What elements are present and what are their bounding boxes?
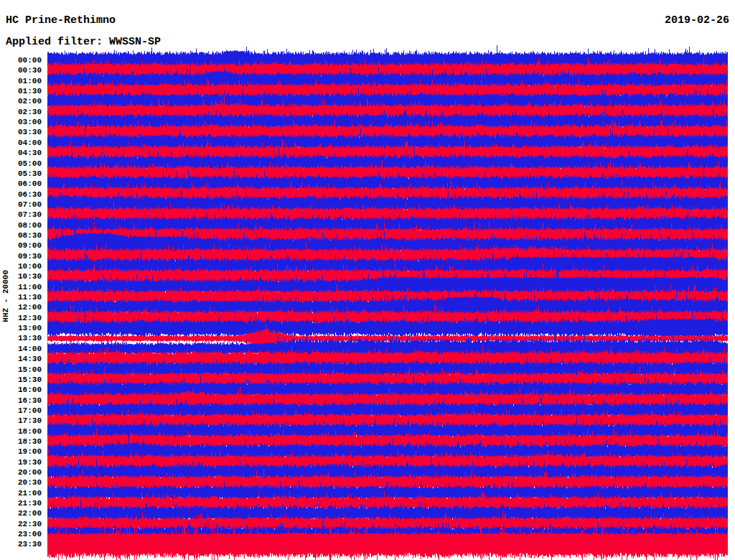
time-label: 12:00: [0, 302, 42, 312]
time-label: 22:30: [0, 519, 42, 529]
time-label: 06:30: [0, 190, 42, 200]
time-label: 06:00: [0, 179, 42, 189]
time-label: 23:00: [0, 529, 42, 539]
time-label: 01:30: [0, 86, 42, 96]
time-label: 17:30: [0, 416, 42, 426]
time-label: 20:00: [0, 467, 42, 477]
time-label: 15:30: [0, 375, 42, 385]
time-label: 00:30: [0, 65, 42, 75]
time-label: 12:30: [0, 313, 42, 323]
time-label: 03:30: [0, 127, 42, 137]
time-label: 18:00: [0, 426, 42, 437]
time-label: 02:30: [0, 107, 42, 117]
time-label: 13:00: [0, 323, 42, 333]
time-label: 05:00: [0, 159, 42, 169]
time-label: 09:00: [0, 241, 42, 251]
time-label: 10:30: [0, 271, 42, 281]
time-label: 11:30: [0, 292, 42, 302]
time-label: 22:00: [0, 508, 42, 518]
time-label: 03:00: [0, 117, 42, 127]
date-label: 2019-02-26: [665, 14, 729, 27]
time-label: 15:00: [0, 365, 42, 375]
time-label: 16:00: [0, 385, 42, 395]
time-label: 14:30: [0, 354, 42, 364]
helicorder-canvas[interactable]: [47, 29, 728, 560]
time-label: 20:30: [0, 477, 42, 487]
time-label: 05:30: [0, 169, 42, 179]
time-label: 07:30: [0, 210, 42, 220]
time-label: 16:30: [0, 396, 42, 406]
time-label: 23:30: [0, 539, 42, 549]
time-label: 11:00: [0, 282, 42, 292]
time-label: 08:30: [0, 230, 42, 241]
time-label: 00:00: [0, 55, 42, 65]
time-label: 04:00: [0, 138, 42, 148]
time-label: 21:30: [0, 498, 42, 508]
time-label: 02:00: [0, 96, 42, 106]
time-label: 19:00: [0, 447, 42, 457]
time-label: 13:30: [0, 333, 42, 343]
page-title: HC Prine-Rethimno: [6, 14, 116, 27]
time-label: 10:00: [0, 261, 42, 271]
time-label: 14:00: [0, 344, 42, 354]
time-label: 18:30: [0, 437, 42, 447]
time-label: 21:00: [0, 488, 42, 498]
time-label: 01:00: [0, 76, 42, 86]
time-label: 07:00: [0, 200, 42, 210]
time-label: 04:30: [0, 148, 42, 158]
time-label: 19:30: [0, 457, 42, 467]
time-label: 17:00: [0, 406, 42, 416]
time-label: 09:30: [0, 251, 42, 261]
time-label: 08:00: [0, 220, 42, 230]
